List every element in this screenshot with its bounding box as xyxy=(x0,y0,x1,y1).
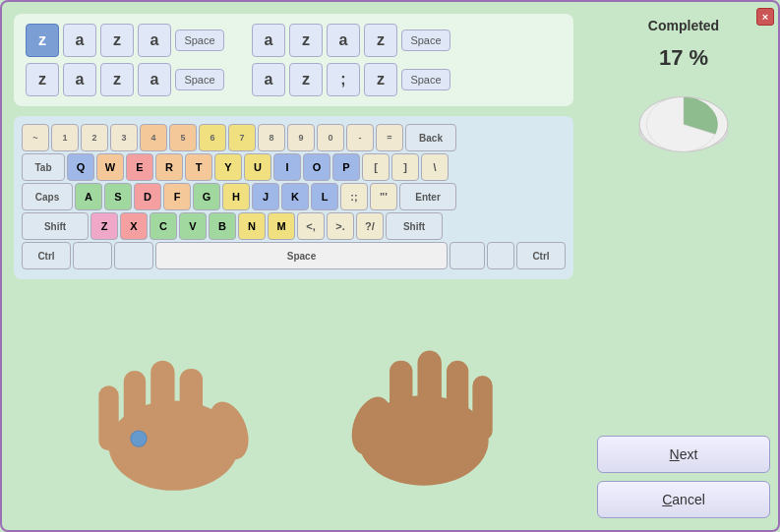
key-space[interactable]: Space xyxy=(155,242,448,269)
svg-rect-4 xyxy=(180,369,203,450)
key-0[interactable]: 0 xyxy=(317,124,344,151)
char-box: z xyxy=(26,24,59,57)
key-shift-left[interactable]: Shift xyxy=(22,212,89,240)
key-slash[interactable]: ?/ xyxy=(356,212,384,240)
char-box: a xyxy=(138,24,171,57)
key-4[interactable]: 4 xyxy=(140,124,167,151)
key-win[interactable] xyxy=(73,242,112,269)
pie-chart xyxy=(634,83,733,151)
char-box: z xyxy=(100,63,134,96)
key-backslash[interactable]: \ xyxy=(421,153,449,181)
right-hand xyxy=(344,351,493,486)
key-f[interactable]: F xyxy=(163,183,191,210)
key-9[interactable]: 9 xyxy=(287,124,315,151)
exercise-area: z a z a Space a z a z Space z a z a xyxy=(14,14,573,106)
key-alt-right[interactable] xyxy=(450,242,485,269)
key-v[interactable]: V xyxy=(179,212,207,240)
key-b[interactable]: B xyxy=(209,212,236,240)
completed-label: Completed xyxy=(648,18,719,33)
exercise-row-1: z a z a Space a z a z Space xyxy=(26,24,562,57)
svg-rect-8 xyxy=(390,361,412,443)
key-c[interactable]: C xyxy=(150,212,177,240)
char-box: z xyxy=(26,63,59,96)
key-period[interactable]: >. xyxy=(327,212,354,240)
keyboard-row-qwerty: Tab Q W E R T Y U I O P [ ] \ xyxy=(22,153,566,181)
key-l[interactable]: L xyxy=(311,183,338,210)
char-box: a xyxy=(63,63,96,96)
key-s[interactable]: S xyxy=(104,183,132,210)
char-box: a xyxy=(327,24,360,57)
key-w[interactable]: W xyxy=(96,153,124,181)
key-r[interactable]: R xyxy=(155,153,183,181)
key-ctrl-left[interactable]: Ctrl xyxy=(22,242,71,269)
key-minus[interactable]: - xyxy=(346,124,374,151)
key-n[interactable]: N xyxy=(238,212,266,240)
key-8[interactable]: 8 xyxy=(258,124,285,151)
svg-point-6 xyxy=(131,431,147,446)
percent-label: 17 % xyxy=(659,45,708,71)
key-q[interactable]: Q xyxy=(67,153,94,181)
key-backspace[interactable]: Back xyxy=(405,124,456,151)
key-i[interactable]: I xyxy=(273,153,301,181)
key-p[interactable]: P xyxy=(332,153,360,181)
char-box: a xyxy=(252,24,285,57)
key-h[interactable]: H xyxy=(222,183,250,210)
key-caps[interactable]: Caps xyxy=(22,183,73,210)
svg-rect-10 xyxy=(447,361,468,441)
key-quote[interactable]: "' xyxy=(370,183,397,210)
key-5[interactable]: 5 xyxy=(169,124,197,151)
key-3[interactable]: 3 xyxy=(110,124,138,151)
key-7[interactable]: 7 xyxy=(228,124,256,151)
svg-rect-1 xyxy=(98,385,118,450)
key-alt[interactable] xyxy=(114,242,153,269)
key-tab[interactable]: Tab xyxy=(22,153,65,181)
space-key-display: Space xyxy=(401,69,450,90)
char-box: ; xyxy=(327,63,360,96)
key-semicolon[interactable]: :; xyxy=(340,183,368,210)
char-box: z xyxy=(289,63,323,96)
action-buttons: Next Cancel xyxy=(597,436,770,518)
key-t[interactable]: T xyxy=(185,153,212,181)
hands-area xyxy=(14,289,573,522)
key-2[interactable]: 2 xyxy=(81,124,108,151)
char-box: z xyxy=(289,24,323,57)
char-box: a xyxy=(63,24,96,57)
space-key-display: Space xyxy=(175,69,224,90)
key-lbracket[interactable]: [ xyxy=(362,153,390,181)
key-d[interactable]: D xyxy=(134,183,161,210)
key-o[interactable]: O xyxy=(303,153,330,181)
key-ctrl-right[interactable]: Ctrl xyxy=(516,242,566,269)
key-y[interactable]: Y xyxy=(214,153,242,181)
key-x[interactable]: X xyxy=(120,212,148,240)
right-panel: Completed 17 % Next xyxy=(585,2,780,532)
next-button[interactable]: Next xyxy=(597,436,770,473)
space-key-display: Space xyxy=(401,30,450,51)
key-e[interactable]: E xyxy=(126,153,153,181)
key-m[interactable]: M xyxy=(268,212,295,240)
close-icon: × xyxy=(762,11,768,23)
left-panel: z a z a Space a z a z Space z a z a xyxy=(2,2,585,532)
close-button[interactable]: × xyxy=(756,8,774,26)
key-k[interactable]: K xyxy=(281,183,309,210)
key-z[interactable]: Z xyxy=(90,212,118,240)
key-tilde[interactable]: ~ xyxy=(22,124,49,151)
key-j[interactable]: J xyxy=(252,183,279,210)
key-enter[interactable]: Enter xyxy=(399,183,456,210)
key-fn[interactable] xyxy=(487,242,514,269)
key-g[interactable]: G xyxy=(193,183,220,210)
keyboard-row-numbers: ~ 1 2 3 4 5 6 7 8 9 0 - = Back xyxy=(22,124,566,151)
char-box: z xyxy=(100,24,134,57)
key-1[interactable]: 1 xyxy=(51,124,79,151)
key-6[interactable]: 6 xyxy=(199,124,226,151)
char-box: z xyxy=(364,63,397,96)
key-rbracket[interactable]: ] xyxy=(391,153,419,181)
key-u[interactable]: U xyxy=(244,153,271,181)
key-equal[interactable]: = xyxy=(376,124,403,151)
char-box: a xyxy=(252,63,285,96)
left-hand xyxy=(98,361,256,491)
cancel-button[interactable]: Cancel xyxy=(597,481,770,518)
key-shift-right[interactable]: Shift xyxy=(386,212,443,240)
key-comma[interactable]: <, xyxy=(297,212,325,240)
key-a[interactable]: A xyxy=(75,183,102,210)
svg-rect-11 xyxy=(472,376,492,441)
